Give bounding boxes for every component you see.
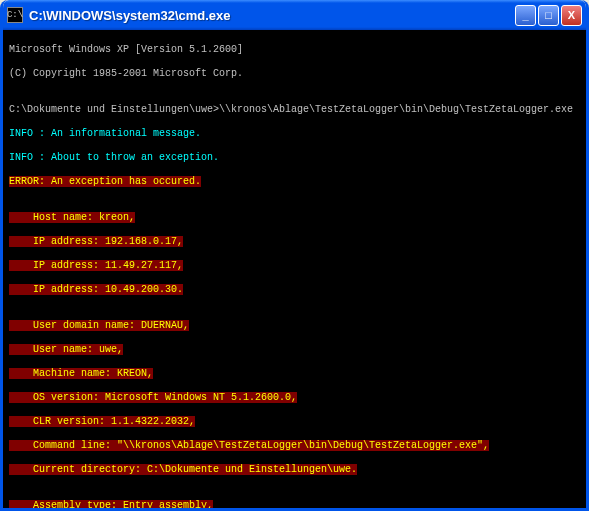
cmd-icon: C:\ — [7, 7, 23, 23]
info-line: INFO : An informational message. — [9, 128, 584, 140]
error-detail: Machine name: KREON, — [9, 368, 153, 379]
maximize-button[interactable]: □ — [538, 5, 559, 26]
window-buttons: _ □ X — [515, 5, 582, 26]
prompt-line: C:\Dokumente und Einstellungen\uwe>\\kro… — [9, 104, 584, 116]
error-detail: Command line: "\\kronos\Ablage\TestZetaL… — [9, 440, 489, 451]
titlebar[interactable]: C:\ C:\WINDOWS\system32\cmd.exe _ □ X — [3, 0, 586, 30]
console-output[interactable]: Microsoft Windows XP [Version 5.1.2600] … — [3, 30, 586, 508]
error-detail: IP address: 192.168.0.17, — [9, 236, 183, 247]
cmd-window: C:\ C:\WINDOWS\system32\cmd.exe _ □ X Mi… — [0, 0, 589, 511]
header-line: (C) Copyright 1985-2001 Microsoft Corp. — [9, 68, 584, 80]
close-button[interactable]: X — [561, 5, 582, 26]
info-line: INFO : About to throw an exception. — [9, 152, 584, 164]
error-detail: Current directory: C:\Dokumente und Eins… — [9, 464, 357, 475]
error-detail: User name: uwe, — [9, 344, 123, 355]
window-title: C:\WINDOWS\system32\cmd.exe — [29, 8, 515, 23]
error-detail: Assembly type: Entry assembly, — [9, 500, 213, 508]
minimize-button[interactable]: _ — [515, 5, 536, 26]
error-detail: Host name: kreon, — [9, 212, 135, 223]
header-line: Microsoft Windows XP [Version 5.1.2600] — [9, 44, 584, 56]
error-line: ERROR: An exception has occured. — [9, 176, 201, 187]
error-detail: IP address: 11.49.27.117, — [9, 260, 183, 271]
error-detail: OS version: Microsoft Windows NT 5.1.260… — [9, 392, 297, 403]
error-detail: IP address: 10.49.200.30. — [9, 284, 183, 295]
error-detail: CLR version: 1.1.4322.2032, — [9, 416, 195, 427]
error-detail: User domain name: DUERNAU, — [9, 320, 189, 331]
